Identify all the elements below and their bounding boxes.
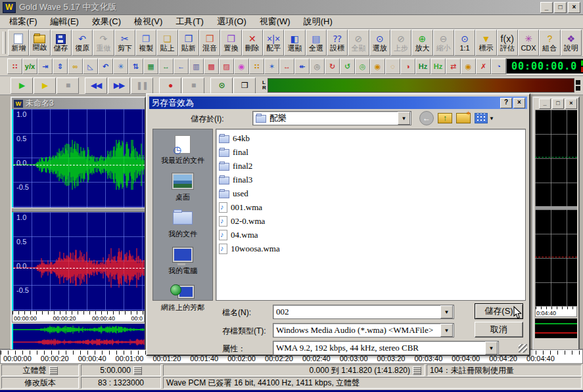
- attributes-combobox[interactable]: WMA 9.2, 192 kbps, 44 kHz, stereo CBR ▼: [273, 341, 499, 355]
- skip-end-icon[interactable]: ⇥: [37, 58, 53, 74]
- waveform-left-channel[interactable]: [535, 110, 577, 206]
- evaluate-button[interactable]: f(x) 評估: [497, 30, 518, 56]
- status-panel-menu-icon[interactable]: [413, 366, 421, 375]
- minimize-button[interactable]: _: [540, 2, 553, 13]
- minimize-button[interactable]: _: [539, 98, 551, 109]
- redo-button[interactable]: ↷ 重做: [93, 30, 114, 56]
- paste-new-button[interactable]: ❒ 貼新: [178, 30, 199, 56]
- equalizer-rainbow-icon[interactable]: ◉: [234, 58, 249, 74]
- file-item-folder[interactable]: final: [219, 145, 525, 159]
- dropdown-arrow-icon[interactable]: ▼: [485, 341, 498, 355]
- save-in-combobox[interactable]: 配樂 ▼: [252, 111, 411, 125]
- select-all-button[interactable]: ▤ 全選: [306, 30, 327, 56]
- mechanize-icon[interactable]: ✳: [113, 58, 128, 74]
- play-selection-button[interactable]: ▶: [34, 77, 56, 94]
- record-button[interactable]: ●: [159, 77, 181, 94]
- filetype-combobox[interactable]: Windows Media Audio (*.wma) <WMAFile> ▼: [273, 323, 454, 338]
- mute-lips-icon[interactable]: ✗: [476, 58, 491, 74]
- cdx-button[interactable]: ✳ CDX: [518, 30, 539, 56]
- sound-window-background[interactable]: _ □ × 0:04:40: [532, 97, 580, 355]
- file-item-audio[interactable]: 04.wma: [219, 228, 525, 242]
- place-desktop[interactable]: 桌面: [172, 171, 194, 202]
- dialog-titlebar[interactable]: 另存音效為 ? ×: [149, 97, 527, 109]
- status-panel-menu-icon[interactable]: [49, 366, 58, 375]
- hz-step-icon[interactable]: Hz: [431, 58, 446, 74]
- timer-clock-icon[interactable]: ◔: [491, 58, 506, 74]
- save-toolbar-button[interactable]: 儲存: [51, 30, 72, 56]
- undo-button[interactable]: ↶ 復原: [72, 30, 93, 56]
- pan-dots-icon[interactable]: ∷: [249, 58, 264, 74]
- paste-button[interactable]: ❏ 貼上: [156, 30, 177, 56]
- sparkle-cut-icon[interactable]: ✶: [264, 58, 279, 74]
- new-button[interactable]: 新增: [8, 30, 29, 56]
- help-toolbar-button[interactable]: ❖ 說明: [561, 30, 582, 56]
- back-mark-icon[interactable]: ↞: [294, 58, 310, 74]
- matrix-m-icon[interactable]: ▨: [219, 58, 234, 74]
- fit-width-icon[interactable]: ↔: [158, 58, 174, 74]
- preset-button[interactable]: ? 組合: [539, 30, 560, 56]
- file-item-audio[interactable]: 02-0.wma: [219, 214, 525, 228]
- cut-button[interactable]: ✂ 剪下: [114, 30, 135, 56]
- dropdown-arrow-icon[interactable]: ▼: [398, 112, 410, 125]
- wave-shape-icon[interactable]: ∞: [68, 58, 83, 74]
- delete-button[interactable]: ✕ 刪除: [242, 30, 263, 56]
- device-window-button[interactable]: ❒: [233, 77, 256, 94]
- replace-button[interactable]: ❒ 置換: [220, 30, 241, 56]
- expand-icon[interactable]: ⇕: [53, 58, 68, 74]
- zoom-out-button[interactable]: ⊖ 縮小: [433, 30, 454, 56]
- menu-window[interactable]: 視窗(W): [253, 15, 297, 28]
- menu-help[interactable]: 說明(H): [297, 15, 339, 28]
- file-item-folder[interactable]: 64kb: [219, 131, 525, 145]
- rotate-right-icon[interactable]: ↻: [325, 58, 340, 74]
- menu-view[interactable]: 檢視(V): [128, 15, 169, 28]
- expression-icon[interactable]: y/x: [22, 58, 37, 74]
- left-arrow-icon[interactable]: ←: [174, 58, 189, 74]
- record-stop-button[interactable]: ■: [182, 77, 204, 94]
- waveform-right-channel[interactable]: 1.00.50.0-0.5: [12, 212, 145, 311]
- cancel-button[interactable]: 取消: [475, 322, 523, 338]
- maximize-button[interactable]: □: [552, 98, 564, 109]
- mix-button[interactable]: ❒ 混音: [199, 30, 220, 56]
- rotate-left-icon[interactable]: ↺: [340, 58, 355, 74]
- toolbar-grip[interactable]: [3, 32, 6, 54]
- status-panel-menu-icon[interactable]: [133, 366, 142, 375]
- file-item-audio[interactable]: 10woosa.wma: [219, 242, 525, 255]
- place-my-computer[interactable]: 我的電腦: [168, 245, 197, 276]
- up-one-level-icon[interactable]: ↑: [438, 113, 452, 123]
- menu-file[interactable]: 檔案(F): [3, 15, 44, 28]
- place-recent-documents[interactable]: 我最近的文件: [161, 135, 204, 165]
- place-my-documents[interactable]: 我的文件: [168, 208, 197, 239]
- file-list[interactable]: 64kb final final2 final3: [216, 129, 526, 301]
- knob-eq-icon[interactable]: ◉: [461, 58, 476, 74]
- knob-alert-icon[interactable]: ◉: [370, 58, 385, 74]
- control-properties-icon[interactable]: ∷: [7, 58, 22, 74]
- open-button[interactable]: 開啟: [29, 30, 50, 56]
- matrix-x-icon[interactable]: ▩: [204, 58, 219, 74]
- set-marker-button[interactable]: ⁇ 設標: [327, 30, 348, 56]
- rewind-button[interactable]: ◀◀: [85, 77, 107, 94]
- file-item-folder[interactable]: final2: [219, 159, 525, 173]
- dropdown-arrow-icon[interactable]: ▼: [440, 305, 453, 318]
- knob-dot-icon[interactable]: ◌: [385, 58, 400, 74]
- file-item-folder[interactable]: final3: [219, 173, 525, 186]
- menu-edit[interactable]: 編輯(E): [44, 15, 85, 28]
- dropdown-arrow-icon[interactable]: ▼: [440, 324, 453, 337]
- knob-icon[interactable]: ◎: [310, 58, 325, 74]
- menu-effect[interactable]: 效果(C): [85, 15, 128, 28]
- new-folder-icon[interactable]: [456, 113, 471, 123]
- overview-strip[interactable]: [535, 318, 577, 338]
- waveform-right-channel[interactable]: [535, 209, 577, 306]
- menu-options[interactable]: 選項(O): [210, 15, 253, 28]
- pause-button[interactable]: ❚❚: [131, 77, 153, 94]
- trim-button[interactable]: ×|× 配平: [263, 30, 284, 56]
- dialog-help-button[interactable]: ?: [500, 98, 512, 108]
- filename-input[interactable]: 002 ▼: [273, 305, 454, 319]
- hz-play-icon[interactable]: Hz: [415, 58, 431, 74]
- sound-window-titlebar[interactable]: W 未命名3: [12, 98, 145, 109]
- file-item-audio[interactable]: 001.wma: [219, 200, 525, 214]
- views-menu-button[interactable]: ▼: [475, 113, 494, 123]
- offset-icon[interactable]: ⇅: [128, 58, 143, 74]
- knob-bars-icon[interactable]: ◎: [355, 58, 370, 74]
- maximize-button[interactable]: □: [554, 2, 567, 13]
- stop-button[interactable]: ■: [57, 77, 79, 94]
